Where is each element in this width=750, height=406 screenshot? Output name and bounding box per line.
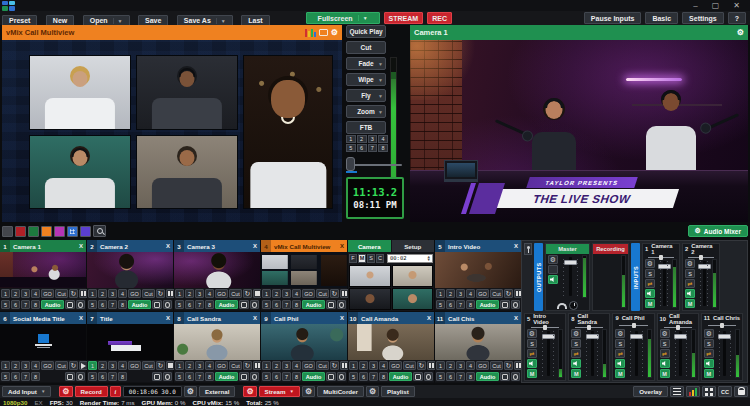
bus-5-button[interactable]: 5 bbox=[88, 300, 97, 309]
monitor-icon[interactable] bbox=[326, 372, 336, 381]
close-input-icon[interactable]: X bbox=[76, 243, 86, 249]
bus-assign-icon[interactable] bbox=[645, 279, 655, 288]
bus-assign-icon[interactable] bbox=[571, 349, 581, 358]
audio-toggle-button[interactable]: Audio bbox=[476, 300, 499, 309]
bus-5-button[interactable]: 5 bbox=[349, 372, 358, 381]
overlay-4-button[interactable]: 4 bbox=[31, 289, 40, 298]
loop-icon[interactable] bbox=[504, 289, 513, 298]
channel-fader[interactable] bbox=[698, 259, 710, 308]
overlay-1-button[interactable]: 1 bbox=[262, 361, 271, 370]
overlay-1-button[interactable]: 1 bbox=[88, 361, 97, 370]
input-thumbnail[interactable] bbox=[87, 324, 173, 360]
overlay-1-button[interactable]: 1 bbox=[1, 361, 10, 370]
close-input-icon[interactable]: X bbox=[337, 315, 347, 321]
bus-5-button[interactable]: 5 bbox=[436, 372, 445, 381]
go-button[interactable]: GO bbox=[302, 289, 315, 298]
go-button[interactable]: GO bbox=[128, 361, 141, 370]
channel-fader[interactable] bbox=[658, 259, 670, 308]
chevron-down-icon[interactable]: ▼ bbox=[378, 61, 383, 67]
close-input-icon[interactable]: X bbox=[511, 315, 521, 321]
call-channel-f-button[interactable]: F bbox=[349, 254, 357, 263]
pan-slider[interactable] bbox=[569, 324, 609, 328]
loop-icon[interactable] bbox=[504, 361, 513, 370]
input-panel[interactable]: 11 Call Chis X 1 2 3 4 GO Cut bbox=[435, 312, 521, 383]
overlay-3-button[interactable]: 3 bbox=[282, 289, 291, 298]
ftb-button[interactable]: FTB bbox=[346, 121, 386, 134]
cut-button[interactable]: Cut bbox=[316, 361, 329, 370]
stinger-number-button[interactable]: 8 bbox=[378, 144, 388, 152]
filter-grid-button[interactable] bbox=[67, 226, 78, 237]
multicorder-settings-gear-icon[interactable] bbox=[302, 386, 315, 397]
bus-6-button[interactable]: 6 bbox=[446, 300, 455, 309]
cut-button[interactable]: Cut bbox=[229, 289, 242, 298]
record-dot-icon[interactable] bbox=[250, 372, 259, 381]
input-panel[interactable]: 3 Camera 3 X 1 2 3 4 GO Cut bbox=[174, 240, 260, 311]
transition-effect-button[interactable]: Zoom▼ bbox=[346, 105, 386, 118]
bus-8-button[interactable]: 8 bbox=[292, 372, 301, 381]
audio-toggle-button[interactable]: Audio bbox=[476, 372, 499, 381]
loop-icon[interactable] bbox=[243, 289, 252, 298]
input-panel[interactable]: 10 Call Amanda X 1 2 3 4 GO Cut bbox=[348, 312, 434, 383]
external-button[interactable]: External bbox=[199, 386, 235, 397]
speaker-icon[interactable] bbox=[548, 275, 558, 284]
input-titlebar[interactable]: 6 Social Media Title X bbox=[0, 312, 86, 324]
audio-toggle-button[interactable]: Audio bbox=[128, 300, 151, 309]
solo-button[interactable]: S bbox=[685, 269, 695, 278]
fader-handle[interactable] bbox=[658, 264, 671, 269]
overlay-2-button[interactable]: 2 bbox=[98, 289, 107, 298]
overlay-4-button[interactable]: 4 bbox=[118, 361, 127, 370]
solo-button[interactable]: S bbox=[645, 269, 655, 278]
record-dot-icon[interactable] bbox=[76, 300, 85, 309]
input-titlebar[interactable]: 5 Intro Video X bbox=[435, 240, 521, 252]
record-dot-icon[interactable] bbox=[424, 372, 433, 381]
overlay-3-button[interactable]: 3 bbox=[21, 361, 30, 370]
record-info-button[interactable]: i bbox=[110, 386, 121, 397]
mute-button[interactable]: M bbox=[615, 369, 625, 378]
overlay-4-button[interactable]: 4 bbox=[205, 361, 214, 370]
chevron-down-icon[interactable]: ▼ bbox=[378, 93, 383, 99]
bus-5-button[interactable]: 5 bbox=[262, 372, 271, 381]
solo-button[interactable]: S bbox=[527, 339, 537, 348]
pan-slider[interactable] bbox=[702, 322, 742, 328]
overlay-2-button[interactable]: 2 bbox=[359, 361, 368, 370]
add-input-button[interactable]: Add Input▼ bbox=[2, 386, 51, 397]
solo-button[interactable]: S bbox=[615, 339, 625, 348]
program-video[interactable]: TAYLOR PRESENTS THE LIVE SHOW bbox=[410, 40, 748, 222]
audio-toggle-button[interactable]: Audio bbox=[215, 372, 238, 381]
go-button[interactable]: GO bbox=[476, 289, 489, 298]
input-thumbnail[interactable] bbox=[87, 252, 173, 288]
pan-slider[interactable] bbox=[525, 324, 565, 328]
call-setup-tab[interactable]: Setup bbox=[392, 240, 435, 252]
input-thumbnail[interactable] bbox=[435, 252, 521, 288]
record-dot-icon[interactable] bbox=[337, 300, 346, 309]
bus-6-button[interactable]: 6 bbox=[98, 372, 107, 381]
bus-8-button[interactable]: 8 bbox=[118, 372, 127, 381]
filter-purple-button[interactable] bbox=[80, 226, 91, 237]
bus-7-button[interactable]: 7 bbox=[108, 372, 117, 381]
closed-captions-icon[interactable]: CC bbox=[718, 386, 732, 397]
call-channel-m-button[interactable]: M bbox=[358, 254, 366, 263]
record-dot-icon[interactable] bbox=[76, 372, 85, 381]
fullscreen-button[interactable]: Fullscreen▼ bbox=[306, 12, 380, 24]
mute-button[interactable]: M bbox=[571, 369, 581, 378]
chevron-down-icon[interactable]: ▼ bbox=[113, 18, 123, 24]
bus-7-button[interactable]: 7 bbox=[369, 372, 378, 381]
fader-handle[interactable] bbox=[564, 260, 577, 265]
close-icon[interactable]: ✕ bbox=[733, 1, 740, 10]
gear-icon[interactable]: ⚙ bbox=[331, 29, 338, 37]
cut-button[interactable]: Cut bbox=[142, 289, 155, 298]
bus-6-button[interactable]: 6 bbox=[185, 372, 194, 381]
lock-icon[interactable] bbox=[734, 386, 748, 397]
preview-video[interactable] bbox=[2, 40, 342, 222]
pan-slider[interactable] bbox=[683, 254, 719, 258]
overlay-3-button[interactable]: 3 bbox=[195, 361, 204, 370]
channel-fader[interactable] bbox=[540, 329, 556, 378]
overlay-2-button[interactable]: 2 bbox=[272, 289, 281, 298]
stinger-number-button[interactable]: 7 bbox=[368, 144, 378, 152]
cut-button[interactable]: Cut bbox=[490, 361, 503, 370]
stinger-number-button[interactable]: 1 bbox=[346, 135, 356, 143]
speaker-icon[interactable] bbox=[571, 359, 581, 368]
help-button[interactable]: ? bbox=[728, 12, 746, 24]
fader-handle[interactable] bbox=[586, 334, 599, 339]
close-input-icon[interactable]: X bbox=[250, 243, 260, 249]
